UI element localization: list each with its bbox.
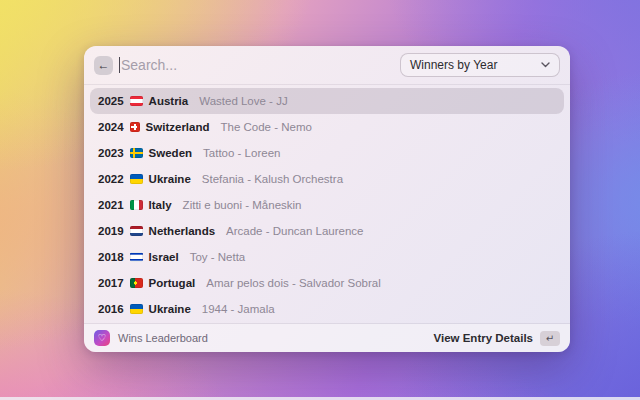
list-item[interactable]: 2024 Switzerland The Code - Nemo xyxy=(90,114,564,140)
row-year: 2019 xyxy=(98,225,124,237)
row-country: Ukraine xyxy=(149,173,191,185)
results-list: 2025 Austria Wasted Love - JJ 2024 Switz… xyxy=(84,85,570,323)
row-entry: Arcade - Duncan Laurence xyxy=(226,225,363,237)
return-key-icon[interactable]: ↵ xyxy=(540,331,560,346)
list-item[interactable]: 2025 Austria Wasted Love - JJ xyxy=(90,88,564,114)
flag-icon xyxy=(130,122,140,132)
footer-bar: ♡ Wins Leaderboard View Entry Details ↵ xyxy=(84,324,570,352)
row-country: Ukraine xyxy=(149,303,191,315)
search-input[interactable] xyxy=(120,46,400,84)
row-entry: Zitti e buoni - Måneskin xyxy=(183,199,302,211)
row-year: 2022 xyxy=(98,173,124,185)
list-item[interactable]: 2022 Ukraine Stefania - Kalush Orchestra xyxy=(90,166,564,192)
row-year: 2025 xyxy=(98,95,124,107)
row-country: Sweden xyxy=(149,147,192,159)
list-item[interactable]: 2021 Italy Zitti e buoni - Måneskin xyxy=(90,192,564,218)
flag-icon xyxy=(130,252,143,262)
flag-icon xyxy=(130,174,143,184)
row-year: 2021 xyxy=(98,199,124,211)
primary-action-label[interactable]: View Entry Details xyxy=(434,332,534,344)
row-country: Netherlands xyxy=(149,225,215,237)
row-entry: Tattoo - Loreen xyxy=(203,147,280,159)
command-name-label: Wins Leaderboard xyxy=(118,332,434,344)
mode-dropdown[interactable]: Winners by Year xyxy=(400,53,560,77)
list-item[interactable]: 2016 Ukraine 1944 - Jamala xyxy=(90,296,564,322)
row-country: Italy xyxy=(149,199,172,211)
row-entry: Toy - Netta xyxy=(190,251,246,263)
row-country: Austria xyxy=(149,95,189,107)
list-item[interactable]: 2017 Portugal Amar pelos dois - Salvador… xyxy=(90,270,564,296)
search-header: ← Winners by Year xyxy=(84,46,570,84)
row-year: 2016 xyxy=(98,303,124,315)
mode-dropdown-value: Winners by Year xyxy=(410,58,541,72)
row-entry: Amar pelos dois - Salvador Sobral xyxy=(206,277,381,289)
eurovision-heart-logo-icon: ♡ xyxy=(94,330,110,346)
row-entry: Wasted Love - JJ xyxy=(199,95,287,107)
row-country: Portugal xyxy=(149,277,196,289)
row-country: Israel xyxy=(149,251,179,263)
row-year: 2018 xyxy=(98,251,124,263)
row-year: 2023 xyxy=(98,147,124,159)
back-button[interactable]: ← xyxy=(94,56,113,75)
flag-icon xyxy=(130,304,143,314)
row-entry: Stefania - Kalush Orchestra xyxy=(202,173,343,185)
row-entry: 1944 - Jamala xyxy=(202,303,275,315)
chevron-down-icon xyxy=(541,62,550,68)
heart-icon: ♡ xyxy=(98,333,107,343)
list-item[interactable]: 2023 Sweden Tattoo - Loreen xyxy=(90,140,564,166)
flag-icon xyxy=(130,226,143,236)
list-item[interactable]: 2018 Israel Toy - Netta xyxy=(90,244,564,270)
search-field-wrap[interactable] xyxy=(119,46,400,84)
flag-icon xyxy=(130,200,143,210)
row-year: 2017 xyxy=(98,277,124,289)
flag-icon xyxy=(130,148,143,158)
row-entry: The Code - Nemo xyxy=(221,121,312,133)
command-palette-window: ← Winners by Year 2025 Austria Wasted Lo… xyxy=(84,46,570,352)
row-year: 2024 xyxy=(98,121,124,133)
flag-icon xyxy=(130,278,143,288)
flag-icon xyxy=(130,96,143,106)
row-country: Switzerland xyxy=(146,121,210,133)
list-item[interactable]: 2019 Netherlands Arcade - Duncan Laurenc… xyxy=(90,218,564,244)
